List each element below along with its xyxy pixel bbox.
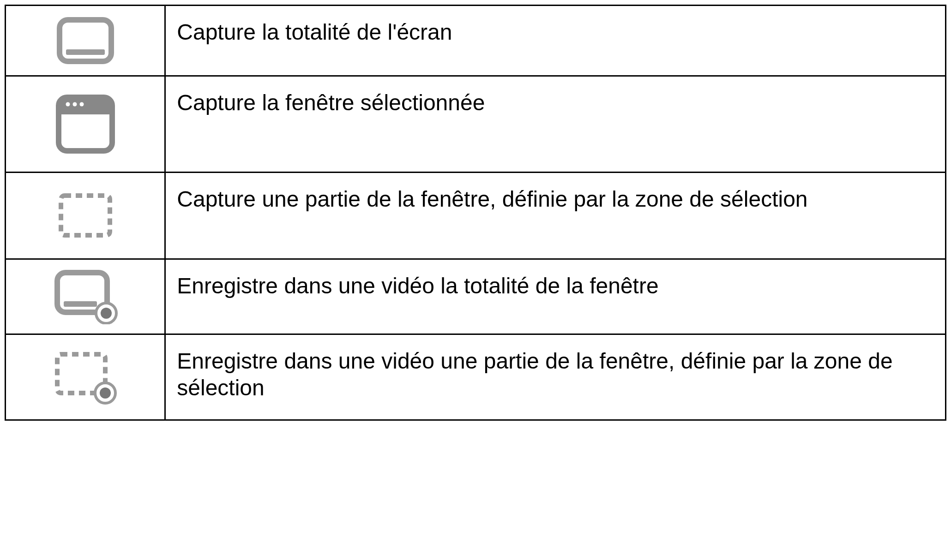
icon-cell: [6, 6, 165, 76]
record-selection-icon: [11, 350, 160, 405]
svg-rect-8: [64, 301, 97, 307]
icon-cell: [6, 259, 165, 334]
description-text: Capture la fenêtre sélectionnée: [177, 90, 485, 115]
description-text: Enregistre dans une vidéo la totalité de…: [177, 274, 658, 298]
svg-point-3: [66, 102, 70, 106]
svg-rect-6: [61, 196, 110, 235]
svg-point-11: [101, 308, 112, 319]
description-text: Capture une partie de la fenêtre, défini…: [177, 187, 807, 211]
table-row: Capture la fenêtre sélectionnée: [6, 76, 946, 173]
description-text: Capture la totalité de l'écran: [177, 20, 452, 44]
description-text: Enregistre dans une vidéo une partie de …: [177, 349, 892, 400]
svg-point-15: [100, 387, 111, 399]
capture-window-icon: [11, 92, 160, 156]
capture-selection-icon: [11, 190, 160, 241]
svg-rect-1: [66, 49, 105, 55]
table-row: Capture la totalité de l'écran: [6, 6, 946, 76]
icon-cell: [6, 76, 165, 173]
table-row: Capture une partie de la fenêtre, défini…: [6, 172, 946, 259]
description-cell: Capture la totalité de l'écran: [165, 6, 946, 76]
table-row: Enregistre dans une vidéo la totalité de…: [6, 259, 946, 334]
capture-options-table: Capture la totalité de l'écran: [5, 5, 946, 421]
svg-point-4: [72, 102, 77, 106]
svg-rect-0: [60, 20, 111, 61]
description-cell: Enregistre dans une vidéo une partie de …: [165, 334, 946, 420]
icon-cell: [6, 172, 165, 259]
icon-cell: [6, 334, 165, 420]
capture-full-screen-icon: [11, 15, 160, 66]
description-cell: Capture la fenêtre sélectionnée: [165, 76, 946, 173]
svg-point-5: [79, 102, 84, 106]
table-row: Enregistre dans une vidéo une partie de …: [6, 334, 946, 420]
description-cell: Enregistre dans une vidéo la totalité de…: [165, 259, 946, 334]
description-cell: Capture une partie de la fenêtre, défini…: [165, 172, 946, 259]
record-full-window-icon: [11, 269, 160, 324]
